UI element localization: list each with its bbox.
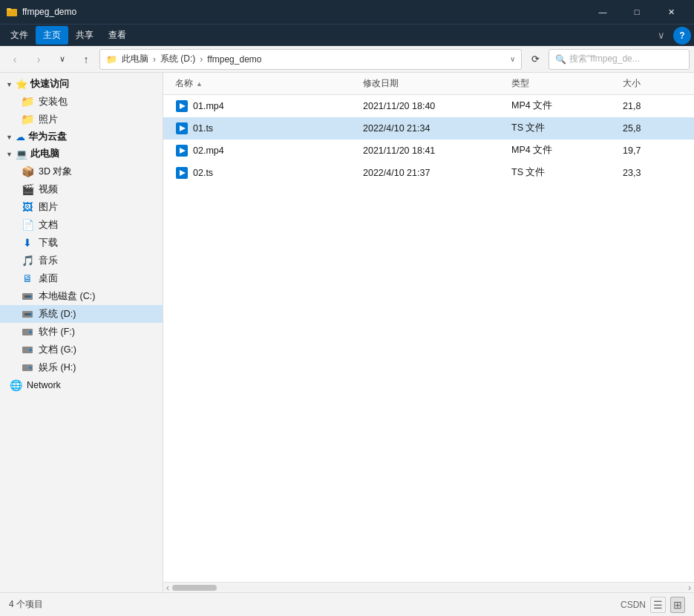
breadcrumb-sep1: › (153, 54, 156, 65)
main-area: ▼ ⭐ 快速访问 📁 安装包 📁 照片 ▼ ☁ 华为云盘 ▼ 💻 此电脑 📦 3… (0, 73, 694, 592)
svg-point-11 (30, 349, 32, 351)
menu-item-查看[interactable]: 查看 (101, 26, 134, 45)
file-list-body: 01.mp4 2021/11/20 18:40 MP4 文件 21,8 01.t… (163, 95, 694, 582)
file-icon-mp4-2 (175, 144, 189, 157)
hscroll-left-arrow[interactable]: ‹ (166, 583, 169, 593)
sort-arrow-icon: ▲ (196, 80, 203, 88)
sidebar-item-install[interactable]: 📁 安装包 (0, 93, 163, 111)
file-modified-01ts: 2022/4/10 21:34 (363, 123, 511, 134)
nav-recent-button[interactable]: ∨ (52, 49, 73, 70)
window-title: ffmpeg_demo (22, 7, 586, 17)
col-header-name[interactable]: 名称 ▲ (175, 77, 363, 90)
sidebar-section-quick-access[interactable]: ▼ ⭐ 快速访问 (0, 76, 163, 93)
address-chevron-icon[interactable]: ∨ (510, 55, 515, 63)
file-name-01ts: 01.ts (175, 122, 363, 135)
sidebar-label-g: 文档 (G:) (39, 344, 76, 356)
sidebar-item-downloads[interactable]: ⬇ 下载 (0, 234, 163, 252)
network-icon: 🌐 (9, 379, 22, 392)
help-button[interactable]: ? (673, 27, 691, 45)
sidebar-item-d[interactable]: 系统 (D:) (0, 305, 163, 323)
huawei-label: 华为云盘 (28, 131, 67, 143)
maximize-button[interactable]: □ (620, 0, 654, 24)
breadcrumb-folder[interactable]: ffmpeg_demo (207, 54, 261, 65)
status-brand: CSDN (621, 600, 646, 610)
thispc-icon: 💻 (16, 148, 27, 160)
search-icon: 🔍 (555, 54, 566, 65)
hscroll-thumb[interactable] (172, 585, 217, 591)
sidebar-label-docs: 文档 (39, 219, 58, 232)
nav-back-button[interactable]: ‹ (4, 49, 25, 70)
file-size-01ts: 25,8 (623, 123, 682, 134)
col-header-type[interactable]: 类型 (511, 77, 623, 90)
file-modified-02ts: 2022/4/10 21:37 (363, 168, 511, 178)
sidebar-item-f[interactable]: 软件 (F:) (0, 323, 163, 341)
menu-bar: 文件主页共享查看 ∨ ? (0, 24, 694, 46)
sidebar-item-h[interactable]: 娱乐 (H:) (0, 358, 163, 376)
status-view-grid-icon[interactable]: ⊞ (670, 597, 685, 613)
sidebar-label-photos: 照片 (39, 114, 58, 126)
breadcrumb-drive[interactable]: 系统 (D:) (160, 53, 195, 65)
huawei-arrow: ▼ (6, 134, 13, 141)
refresh-button[interactable]: ⟳ (525, 49, 546, 70)
sidebar-item-c[interactable]: 本地磁盘 (C:) (0, 287, 163, 305)
nav-forward-button[interactable]: › (28, 49, 49, 70)
sidebar-label-3d: 3D 对象 (39, 166, 72, 178)
sidebar-label-pictures: 图片 (39, 201, 58, 214)
sidebar-item-pictures[interactable]: 🖼 图片 (0, 198, 163, 216)
horizontal-scrollbar[interactable]: ‹ › (163, 582, 694, 592)
breadcrumb-pc[interactable]: 此电脑 (122, 53, 148, 65)
quick-access-label: 快速访问 (30, 78, 69, 91)
status-item-count: 4 个项目 (9, 598, 43, 611)
file-area: 名称 ▲ 修改日期 类型 大小 (163, 73, 694, 592)
quick-access-arrow: ▼ (6, 81, 13, 88)
menu-item-文件[interactable]: 文件 (3, 26, 36, 45)
file-name-text-01ts: 01.ts (193, 123, 213, 134)
close-button[interactable]: ✕ (654, 0, 688, 24)
file-row-01ts[interactable]: 01.ts 2022/4/10 21:34 TS 文件 25,8 (163, 117, 694, 140)
desktop-icon: 🖥 (21, 272, 34, 285)
sidebar-label-c: 本地磁盘 (C:) (39, 290, 95, 303)
file-list-header: 名称 ▲ 修改日期 类型 大小 (163, 73, 694, 95)
col-header-size[interactable]: 大小 (623, 77, 682, 90)
sidebar-item-3d[interactable]: 📦 3D 对象 (0, 163, 163, 180)
sidebar-item-network[interactable]: 🌐 Network (0, 376, 163, 394)
sidebar-item-photos[interactable]: 📁 照片 (0, 111, 163, 128)
file-size-02mp4: 19,7 (623, 145, 682, 156)
hscroll-right-arrow[interactable]: › (688, 583, 691, 593)
menu-expand-icon[interactable]: ∨ (652, 27, 670, 45)
menu-item-共享[interactable]: 共享 (68, 26, 101, 45)
file-row-02ts[interactable]: 02.ts 2022/4/10 21:37 TS 文件 23,3 (163, 162, 694, 184)
file-name-text-01mp4: 01.mp4 (193, 101, 224, 111)
sidebar-item-music[interactable]: 🎵 音乐 (0, 252, 163, 269)
col-type-label: 类型 (511, 77, 529, 90)
file-size-02ts: 23,3 (623, 168, 682, 178)
file-row-01mp4[interactable]: 01.mp4 2021/11/20 18:40 MP4 文件 21,8 (163, 95, 694, 117)
file-type-01ts: TS 文件 (511, 122, 623, 134)
status-view-list-icon[interactable]: ☰ (650, 597, 666, 613)
sidebar-label-h: 娱乐 (H:) (39, 361, 76, 374)
address-bar[interactable]: 📁 此电脑 › 系统 (D:) › ffmpeg_demo ∨ (99, 49, 522, 70)
sidebar-item-video[interactable]: 🎬 视频 (0, 180, 163, 198)
sidebar-item-g[interactable]: 文档 (G:) (0, 341, 163, 358)
sidebar-item-desktop[interactable]: 🖥 桌面 (0, 269, 163, 287)
sidebar-section-huawei[interactable]: ▼ ☁ 华为云盘 (0, 128, 163, 145)
minimize-button[interactable]: — (586, 0, 620, 24)
svg-rect-1 (7, 8, 11, 10)
search-bar[interactable]: 🔍 搜索"ffmpeg_de... (549, 49, 690, 70)
toolbar: ‹ › ∨ ↑ 📁 此电脑 › 系统 (D:) › ffmpeg_demo ∨ … (0, 46, 694, 73)
file-name-01mp4: 01.mp4 (175, 99, 363, 113)
drive-c-icon (21, 289, 34, 303)
col-modified-label: 修改日期 (363, 77, 399, 90)
file-name-02mp4: 02.mp4 (175, 144, 363, 157)
sidebar-item-docs[interactable]: 📄 文档 (0, 216, 163, 234)
nav-up-button[interactable]: ↑ (76, 49, 96, 70)
col-header-modified[interactable]: 修改日期 (363, 77, 511, 90)
sidebar-section-this-pc[interactable]: ▼ 💻 此电脑 (0, 145, 163, 163)
file-type-02ts: TS 文件 (511, 166, 623, 179)
title-bar: ffmpeg_demo — □ ✕ (0, 0, 694, 24)
status-bar: 4 个项目 CSDN ☰ ⊞ (0, 592, 694, 616)
menu-item-主页[interactable]: 主页 (36, 26, 68, 45)
file-row-02mp4[interactable]: 02.mp4 2021/11/20 18:41 MP4 文件 19,7 (163, 140, 694, 162)
pictures-icon: 🖼 (21, 200, 34, 214)
file-icon-mp4 (175, 99, 189, 113)
